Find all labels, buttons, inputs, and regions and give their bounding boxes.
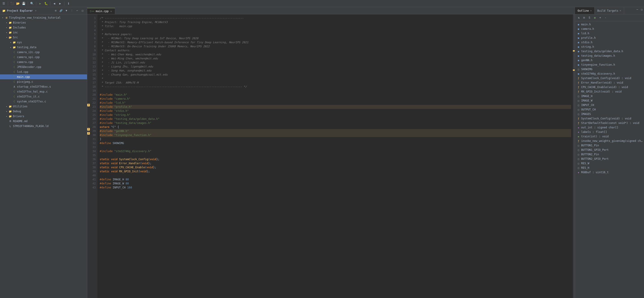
tree-item-binaries[interactable]: ▸📁Binaries <box>0 20 87 25</box>
minimize-btn[interactable]: ─ <box>75 9 80 13</box>
outline-item[interactable]: □RES_W <box>575 161 644 166</box>
toolbar-save-btn[interactable]: 💾 <box>21 1 26 6</box>
tab-close-btn[interactable]: ✕ <box>110 10 112 13</box>
toolbar-info-btn[interactable]: ℹ <box>66 1 71 6</box>
outline-item[interactable]: □SHOWIMG <box>575 67 644 71</box>
outline-item[interactable]: □IMAGE_W <box>575 98 644 103</box>
tree-arrow-sys[interactable]: ▸ <box>9 41 12 44</box>
outline-maximize-btn[interactable]: □ <box>640 7 644 12</box>
toolbar-menu-btn[interactable]: ☰ <box>1 1 6 6</box>
outline-item[interactable]: ■lcd.h <box>575 31 644 36</box>
tree-item-drivers[interactable]: ▸📁Drivers <box>0 114 87 119</box>
tree-arrow-testing_data[interactable]: ▸ <box>9 46 12 48</box>
toolbar-open-btn[interactable]: 📂 <box>16 1 20 6</box>
outline-expand-btn[interactable]: + <box>598 15 603 20</box>
toolbar-fwd-btn[interactable]: ▶ <box>58 1 62 6</box>
maximize-btn[interactable]: □ <box>80 9 85 13</box>
tab-build-targets[interactable]: Build Targets ✕ <box>594 7 624 14</box>
outline-item[interactable]: ƒStartDefaultTask(const void*) : void <box>575 121 644 125</box>
more-btn[interactable]: ⋮ <box>70 9 74 13</box>
tab-main-cpp[interactable]: C++ main.cpp ✕ <box>87 8 115 14</box>
outline-item[interactable]: □OUTPUT_CH <box>575 107 644 112</box>
outline-item[interactable]: □IMAGES <box>575 112 644 116</box>
tree-arrow-utilities[interactable]: ▸ <box>5 105 8 107</box>
tree-item-picojpeg[interactable]: Cpicojpeg.c <box>0 79 87 84</box>
tree-arrow-root[interactable]: ▾ <box>1 17 4 19</box>
outline-item[interactable]: ■testing_data/golden_data.h <box>575 49 644 54</box>
scroll-strip[interactable] <box>573 14 575 298</box>
outline-item[interactable]: □BUTTON2_Pin <box>575 152 644 157</box>
tree-arrow-inc[interactable]: ▸ <box>5 31 8 34</box>
tree-item-debug[interactable]: ▸📁Debug <box>0 109 87 114</box>
tree-item-startup[interactable]: Astartup_stm32f746xx.s <box>0 84 87 89</box>
toolbar-back-btn[interactable]: ◀ <box>52 1 57 6</box>
outline-link-btn[interactable]: ● <box>592 15 597 20</box>
outline-item[interactable]: ƒError_Handler(void) : void <box>575 80 644 85</box>
code-editor[interactable]: ??? 123456789101112131415161718192021222… <box>87 14 575 298</box>
outline-item[interactable]: ■testing_data/images.h <box>575 54 644 58</box>
outline-item[interactable]: □BUTTON2_GPIO_Port <box>575 157 644 161</box>
outline-item[interactable]: ■stm32746g_discovery.h <box>575 71 644 76</box>
tree-arrow-includes[interactable]: ▸ <box>5 27 8 29</box>
toolbar-new-btn[interactable]: ⬛ <box>10 1 14 6</box>
outline-tab-close[interactable]: ✕ <box>590 9 592 12</box>
toolbar-search-btn[interactable]: 🔍 <box>30 1 34 6</box>
tree-arrow-debug[interactable]: ▸ <box>5 110 8 112</box>
build-tab-close[interactable]: ✕ <box>620 9 621 12</box>
tab-outline[interactable]: Outline ✕ <box>575 7 594 14</box>
tree-item-camera_spi[interactable]: Ccamera_spi.cpp <box>0 55 87 60</box>
tree-item-camera_i2c[interactable]: Ccamera_i2c.cpp <box>0 50 87 55</box>
outline-item[interactable]: ◆labels : float[] <box>575 130 644 134</box>
outline-item[interactable]: ■tinyengine_function.h <box>575 63 644 67</box>
tree-item-sys[interactable]: ▸📁sys <box>0 40 87 45</box>
tree-arrow-drivers[interactable]: ▸ <box>5 115 8 117</box>
tree-item-flash[interactable]: LSTM32F746NGHx_FLASH.ld <box>0 124 87 129</box>
outline-item[interactable]: ■main.h <box>575 22 644 27</box>
outline-collapse-btn[interactable]: - <box>603 15 608 20</box>
outline-item[interactable]: ƒMX_GPIO_Init(void) : void <box>575 89 644 94</box>
tree-item-camera[interactable]: Ccamera.cpp <box>0 60 87 65</box>
tree-item-stm32f7xx_hal_msp[interactable]: Cstm32f7xx_hal_msp.c <box>0 89 87 94</box>
outline-item[interactable]: ƒSystemClock_Config(void) : void <box>575 76 644 80</box>
toolbar-run-btn[interactable]: ▶ <box>38 1 43 6</box>
link-editor-btn[interactable]: 🔗 <box>59 9 63 13</box>
outline-item[interactable]: ■stdio.h <box>575 40 644 45</box>
tree-item-readme[interactable]: MREADME.md <box>0 119 87 124</box>
tree-arrow-binaries[interactable]: ▸ <box>5 22 8 24</box>
outline-item[interactable]: □RES_H <box>575 166 644 170</box>
outline-hide-fields-btn[interactable]: ⊡ <box>582 15 586 20</box>
tree-item-lcd[interactable]: Clcd.cpp <box>0 69 87 74</box>
outline-item[interactable]: ◆out_int : signed char[] <box>575 125 644 130</box>
outline-item[interactable]: ■profile.h <box>575 36 644 40</box>
tree-item-main_cpp[interactable]: Cmain.cpp <box>0 74 87 79</box>
outline-item[interactable]: □IMAGE_H <box>575 94 644 98</box>
outline-item[interactable]: ■string.h <box>575 45 644 49</box>
outline-item[interactable]: ■camera.h <box>575 27 644 31</box>
outline-item[interactable]: ◆RGBbuf : uint16_t <box>575 170 644 175</box>
outline-minimize-btn[interactable]: ─ <box>635 7 640 12</box>
tree-item-src[interactable]: ▾📂Src <box>0 35 87 40</box>
toolbar-debug-btn[interactable]: 🐛 <box>44 1 48 6</box>
tree-item-stm32f7xx_it[interactable]: Cstm32f7xx_it.c <box>0 94 87 99</box>
outline-item[interactable]: □BUTTON1_Pin <box>575 143 644 148</box>
filter-btn[interactable]: ▼ <box>64 9 69 13</box>
outline-sort-btn[interactable]: ⇅ <box>576 15 581 20</box>
outline-item[interactable]: □BUTTON1_GPIO_Port <box>575 148 644 152</box>
tree-arrow-src[interactable]: ▾ <box>5 36 8 39</box>
code-content[interactable]: /* -------------------------------------… <box>98 14 573 298</box>
tree-item-testing_data[interactable]: ▸📁testing_data <box>0 45 87 50</box>
outline-item[interactable]: ■genNN.h <box>575 58 644 63</box>
outline-item[interactable]: □INPUT_CH <box>575 103 644 107</box>
tree-item-utilities[interactable]: ▸📁Utilities <box>0 104 87 109</box>
outline-item[interactable]: ƒCPU_CACHE_Enable(void) : void <box>575 85 644 89</box>
outline-item[interactable]: ●train(int) : void <box>575 134 644 139</box>
tree-item-includes[interactable]: ▸📁Includes <box>0 25 87 30</box>
tree-item-system_stm32f7xx[interactable]: Csystem_stm32f7xx.c <box>0 99 87 104</box>
project-explorer-close-icon[interactable]: ✕ <box>35 9 37 12</box>
tree-item-inc[interactable]: ▸📁inc <box>0 30 87 35</box>
collapse-all-btn[interactable]: ⊟ <box>54 9 58 13</box>
outline-hide-static-btn[interactable]: S <box>587 15 592 20</box>
tree-item-root[interactable]: ▾🖥TinyEngine_vww_training_tutorial <box>0 15 87 20</box>
tree-item-jpegdecoder[interactable]: CJPEGDecoder.cpp <box>0 65 87 69</box>
outline-item[interactable]: ƒSystemClock_Config(void) : void <box>575 116 644 121</box>
